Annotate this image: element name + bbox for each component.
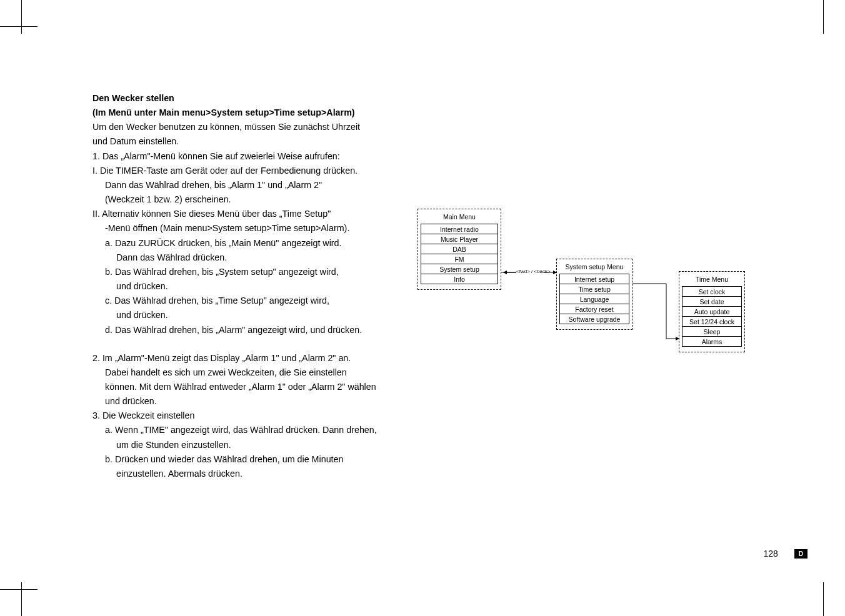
- menu-title: Time Menu: [682, 274, 742, 286]
- list-item: b. Drücken und wieder das Wählrad drehen…: [92, 452, 418, 467]
- heading: Den Wecker stellen: [92, 91, 418, 106]
- menu-item: Factory reset: [559, 304, 629, 314]
- list-item: und drücken.: [92, 279, 418, 294]
- list-item: und drücken.: [92, 308, 418, 322]
- list-item: c. Das Wählrad drehen, bis „Time Setup" …: [92, 294, 418, 308]
- menu-item: Set clock: [682, 286, 742, 297]
- menu-title: System setup Menu: [559, 262, 629, 274]
- menu-item: Language: [559, 294, 629, 304]
- menu-item: Music Player: [421, 234, 498, 244]
- list-item: 2. Im „Alarm"-Menü zeigt das Display „Al…: [92, 351, 418, 365]
- list-item: um die Stunden einzustellen.: [92, 438, 418, 452]
- menu-item: Time setup: [559, 284, 629, 294]
- list-item: und drücken.: [92, 394, 418, 409]
- list-item: Dann das Wählrad drehen, bis „Alarm 1" u…: [92, 178, 418, 192]
- menu-item: Set 12/24 clock: [682, 316, 742, 327]
- menu-item: System setup: [421, 264, 498, 274]
- list-item: d. Das Wählrad drehen, bis „Alarm" angez…: [92, 323, 418, 337]
- list-item: einzustellen. Abermals drücken.: [92, 467, 418, 481]
- menu-item: Software upgrade: [559, 314, 629, 324]
- menu-diagram: Main Menu Internet radio Music Player DA…: [411, 209, 749, 359]
- page-footer: 128 D: [763, 549, 808, 559]
- paragraph: und Datum einstellen.: [92, 134, 418, 149]
- body-text: Den Wecker stellen (Im Menü unter Main m…: [92, 91, 418, 481]
- menu-item: Sleep: [682, 326, 742, 337]
- list-item: Dabei handelt es sich um zwei Weckzeiten…: [92, 365, 418, 380]
- list-item: 1. Das „Alarm"-Menü können Sie auf zweie…: [92, 149, 418, 164]
- menu-item: Info: [421, 274, 498, 284]
- fwd-back-label: <fwd> / <back>: [516, 269, 551, 274]
- subheading: (Im Menü unter Main menu>System setup>Ti…: [92, 106, 418, 120]
- system-setup-menu-box: System setup Menu Internet setup Time se…: [556, 259, 632, 330]
- list-item: II. Alternativ können Sie dieses Menü üb…: [92, 207, 418, 221]
- menu-item: Auto update: [682, 306, 742, 317]
- list-item: Dann das Wählrad drücken.: [92, 251, 418, 265]
- page-number: 128: [763, 549, 778, 559]
- menu-item: Alarms: [682, 336, 742, 347]
- list-item: b. Das Wählrad drehen, bis „System setup…: [92, 265, 418, 279]
- list-item: a. Dazu ZURÜCK drücken, bis „Main Menü" …: [92, 236, 418, 251]
- menu-item: DAB: [421, 244, 498, 254]
- menu-item: FM: [421, 254, 498, 264]
- menu-title: Main Menu: [421, 212, 498, 224]
- list-item: -Menü öffnen (Main menu>System setup>Tim…: [92, 221, 418, 236]
- list-item: 3. Die Weckzeit einstellen: [92, 409, 418, 423]
- menu-item: Internet radio: [421, 224, 498, 234]
- time-menu-box: Time Menu Set clock Set date Auto update…: [679, 271, 745, 352]
- list-item: a. Wenn „TIME" angezeigt wird, das Wählr…: [92, 423, 418, 437]
- menu-item: Internet setup: [559, 274, 629, 284]
- list-item: I. Die TIMER-Taste am Gerät oder auf der…: [92, 164, 418, 178]
- language-badge: D: [794, 549, 808, 559]
- list-item: können. Mit dem Wählrad entweder „Alarm …: [92, 380, 418, 394]
- menu-item: Set date: [682, 296, 742, 307]
- paragraph: Um den Wecker benutzen zu können, müssen…: [92, 120, 418, 134]
- main-menu-box: Main Menu Internet radio Music Player DA…: [418, 209, 501, 290]
- list-item: (Weckzeit 1 bzw. 2) erscheinen.: [92, 192, 418, 207]
